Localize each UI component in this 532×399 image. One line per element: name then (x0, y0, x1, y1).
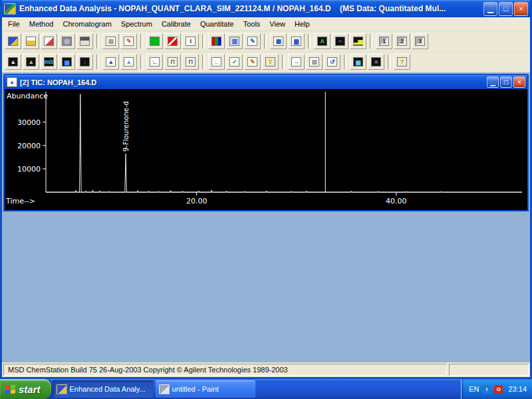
toolbar-icon (150, 37, 160, 46)
x-tick-label: 20.00 (186, 197, 207, 205)
task-enhanced-data-analysis[interactable]: Enhanced Data Analy... (53, 380, 153, 398)
mz-select-button[interactable]: m/z (41, 54, 57, 70)
load-data-file-button[interactable] (5, 33, 21, 49)
export-page-button[interactable]: → (288, 54, 305, 70)
copy-window-button[interactable]: ▤ (102, 33, 119, 49)
tic-maximize-button[interactable]: □ (500, 76, 512, 88)
menu-tools[interactable]: Tools (239, 19, 265, 29)
ms-spectrum-tool-button[interactable]: ▅ (350, 54, 366, 70)
menu-chromatogram[interactable]: Chromatogram (58, 19, 116, 29)
toolbar-icon: ▦ (273, 37, 283, 46)
tic-display-button[interactable]: ▲ (5, 54, 21, 70)
save-method-button[interactable] (41, 33, 57, 49)
task-icon (57, 384, 67, 394)
copy-page-button[interactable]: ▤ (306, 54, 323, 70)
snapshot-button[interactable]: ◎ (59, 33, 75, 49)
toolbar-icon: → (291, 57, 301, 66)
signal-setup-button[interactable]: ▥ (226, 33, 243, 49)
bar-display-button[interactable]: ▂▅ (350, 33, 366, 49)
curve-display-button[interactable]: ~ (332, 33, 348, 49)
manual-integrate-button[interactable]: I (182, 33, 199, 49)
menu-method[interactable]: Method (25, 19, 59, 29)
accept-axes-button[interactable]: ✓ (226, 54, 243, 70)
toolbar-icon: ✓ (229, 57, 239, 66)
toolbar-icon: ⇧ (265, 57, 275, 66)
shift-up-button[interactable]: ⇧ (262, 54, 279, 70)
toolbar-icon: ▂▅ (353, 37, 363, 46)
tray-clock: 23:14 (508, 385, 527, 393)
spectrum-view-button[interactable]: ▅ (59, 54, 75, 70)
edit-method-button[interactable] (23, 33, 39, 49)
toolbar-icon: ▲ (26, 57, 36, 66)
quant-tool-2-button[interactable]: 2 (394, 33, 410, 49)
library-search-button[interactable]: Π (164, 54, 181, 70)
toolbar-icon: ▲ (8, 57, 18, 66)
previous-peak-button[interactable]: ▲ (102, 54, 119, 70)
menu-spectrum[interactable]: Spectrum (116, 19, 157, 29)
task-buttons: Enhanced Data Analy...untitled - Paint (51, 379, 256, 399)
toolbar-icon: ▅ (353, 57, 363, 66)
tic-window-titlebar[interactable]: ▲ [2] TIC: NOPAH_164.D ▁ □ × (5, 75, 527, 89)
toolbar-icon: ~ (335, 37, 345, 46)
toolbar-icon: Λ (317, 37, 327, 46)
maximize-button[interactable]: □ (499, 2, 513, 16)
pbm-search-button[interactable]: Π (182, 54, 199, 70)
tic-plot[interactable]: 10000200003000020.0040.00AbundanceTime--… (5, 89, 527, 210)
start-button[interactable]: start (0, 379, 51, 399)
toolbar-icon: Π (186, 57, 196, 66)
toolbar-icon: ∟ (150, 57, 160, 66)
edit-axes-button[interactable]: ✎ (244, 54, 261, 70)
extract-ion-button[interactable]: ▲ (23, 54, 39, 70)
menu-quantitate[interactable]: Quantitate (196, 19, 239, 29)
tray-icon-blue[interactable]: I (482, 385, 491, 394)
toolbar-icon: ↓ (80, 57, 90, 66)
tic-close-button[interactable]: × (513, 76, 525, 88)
menu-help[interactable]: Help (290, 19, 315, 29)
help-button[interactable]: ? (394, 54, 410, 70)
toolbar-icon (8, 37, 18, 46)
annotate-button[interactable]: ✎ (244, 33, 261, 49)
toolbar-icon: 2 (397, 37, 407, 46)
integration-results-button[interactable]: ∟ (146, 54, 163, 70)
y-tick-label: 20000 (17, 142, 41, 150)
tic-trace (46, 94, 522, 193)
taskbar: start Enhanced Data Analy...untitled - P… (0, 379, 532, 399)
toolbar-separator (140, 55, 143, 69)
print-button[interactable] (76, 33, 93, 49)
x-tick-label: 40.00 (386, 197, 407, 205)
subtract-spectrum-button[interactable]: ↓ (76, 54, 93, 70)
titlebar[interactable]: Enhanced Data Analysis - NOPAH_QUANT_CLA… (2, 0, 530, 17)
report-chart-button[interactable]: ▆ (288, 33, 305, 49)
quant-tool-3-button[interactable]: 3 (412, 33, 428, 49)
tic-window-title: [2] TIC: NOPAH_164.D (20, 78, 487, 86)
toolbar-separator (344, 55, 346, 69)
peak-label: 9-Flourenone-d (122, 101, 130, 152)
toolbar-separator (202, 55, 205, 69)
no-integrate-button[interactable] (164, 33, 181, 49)
tic-minimize-button[interactable]: ▁ (487, 76, 499, 88)
close-button[interactable]: × (514, 2, 528, 16)
integrate-button[interactable] (146, 33, 163, 49)
report-table-button[interactable]: ▦ (270, 33, 287, 49)
tray-language-indicator[interactable]: EN (469, 385, 479, 393)
y-tick-label: 30000 (17, 118, 41, 127)
menu-view[interactable]: View (265, 19, 290, 29)
quant-tool-1-button[interactable]: 1 (376, 33, 392, 49)
menu-file[interactable]: File (3, 19, 25, 29)
reload-page-button[interactable]: ↺ (324, 54, 340, 70)
menu-calibrate[interactable]: Calibrate (157, 19, 196, 29)
toolbar-icon: ∟ (211, 57, 221, 66)
clear-axes-button[interactable]: ∟ (208, 54, 225, 70)
next-peak-button[interactable]: ▲ (120, 54, 137, 70)
edit-table-button[interactable]: ✎ (120, 33, 137, 49)
toolbar-icon (80, 37, 90, 46)
color-settings-button[interactable] (208, 33, 225, 49)
task-untitled-paint[interactable]: untitled - Paint (156, 380, 255, 398)
tray-icon-red[interactable]: O (494, 385, 503, 394)
ms-list-tool-button[interactable]: ≡ (368, 54, 384, 70)
minimize-button[interactable]: ▁ (483, 2, 497, 16)
toolbar-separator (388, 55, 390, 69)
spectrum-display-button[interactable]: Λ (314, 33, 331, 49)
toolbar-icon: I (186, 37, 196, 46)
toolbar-icon (211, 37, 221, 46)
